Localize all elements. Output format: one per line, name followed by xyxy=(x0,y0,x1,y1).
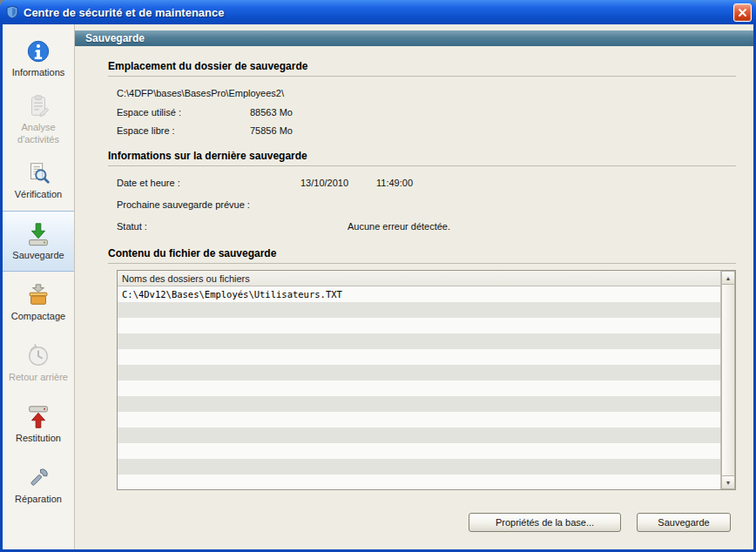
table-header-label: Noms des dossiers ou fichiers xyxy=(122,273,250,284)
section-title: Informations sur la dernière sauvegarde xyxy=(108,150,736,166)
table-row[interactable] xyxy=(118,302,720,318)
database-properties-button[interactable]: Propriétés de la base... xyxy=(469,513,621,532)
page-title: Sauvegarde xyxy=(85,32,145,44)
table-row[interactable] xyxy=(118,318,720,333)
sidebar-item-sauvegarde[interactable]: Sauvegarde xyxy=(3,211,74,272)
section-backup-file-content: Contenu du fichier de sauvegarde Noms de… xyxy=(108,233,736,490)
sidebar-item-retour-arriere: Retour arrière xyxy=(3,333,74,394)
table-row[interactable] xyxy=(118,365,720,380)
scrollbar-track[interactable] xyxy=(721,285,735,475)
close-button[interactable] xyxy=(733,3,752,22)
sidebar-item-label: Vérification xyxy=(13,189,64,200)
sidebar-item-reparation[interactable]: Réparation xyxy=(3,454,74,515)
sidebar-item-label: Compactage xyxy=(10,311,67,322)
table-inner: Noms des dossiers ou fichiers C:\4Dv12\B… xyxy=(118,271,720,489)
space-used-value: 88563 Mo xyxy=(250,105,293,119)
rollback-icon xyxy=(25,343,51,369)
table-row[interactable] xyxy=(118,427,720,443)
maintenance-center-window: Centre de sécurité et de maintenance Inf… xyxy=(0,0,756,552)
sidebar-item-label: Informations xyxy=(10,67,67,78)
section-title: Emplacement du dossier de sauvegarde xyxy=(108,60,736,77)
table-row[interactable] xyxy=(118,349,720,365)
table-row[interactable]: C:\4Dv12\Bases\Employés\Utilisateurs.TXT xyxy=(118,286,720,302)
main-panel: Sauvegarde Emplacement du dossier de sau… xyxy=(75,24,753,549)
scroll-up-button[interactable]: ▲ xyxy=(721,271,735,285)
app-shield-icon xyxy=(5,5,19,19)
backup-folder-path: C:\4DFP\bases\BasesPro\Employees2\ xyxy=(117,86,284,100)
status-label: Statut : xyxy=(117,219,348,233)
table-body: C:\4Dv12\Bases\Employés\Utilisateurs.TXT xyxy=(118,286,720,489)
window-title: Centre de sécurité et de maintenance xyxy=(24,6,729,19)
scroll-up-icon: ▲ xyxy=(726,275,732,281)
scroll-down-button[interactable]: ▼ xyxy=(721,475,735,489)
scroll-down-icon: ▼ xyxy=(726,480,732,486)
footer: Propriétés de la base... Sauvegarde xyxy=(108,513,736,532)
backup-button[interactable]: Sauvegarde xyxy=(637,513,731,532)
table-cell: C:\4Dv12\Bases\Employés\Utilisateurs.TXT xyxy=(122,289,342,300)
verification-icon xyxy=(25,160,51,186)
sidebar-item-restitution[interactable]: Restitution xyxy=(3,394,74,454)
section-last-backup: Informations sur la dernière sauvegarde … xyxy=(108,138,736,233)
backup-content-table: Noms des dossiers ou fichiers C:\4Dv12\B… xyxy=(117,270,736,490)
sidebar-item-label: Retour arrière xyxy=(7,372,70,383)
status-value: Aucune erreur détectée. xyxy=(348,219,450,233)
sidebar-item-label: Restitution xyxy=(14,433,63,444)
section-backup-location: Emplacement du dossier de sauvegarde C:\… xyxy=(108,60,736,138)
space-free-value: 75856 Mo xyxy=(250,124,293,138)
last-backup-time: 11:49:00 xyxy=(376,176,413,190)
table-row[interactable] xyxy=(118,412,720,427)
sidebar-item-compactage[interactable]: Compactage xyxy=(3,272,74,333)
table-column-header[interactable]: Noms des dossiers ou fichiers xyxy=(118,271,720,286)
sidebar: Informations Analyse d'activités xyxy=(3,24,75,549)
backup-icon xyxy=(25,221,51,247)
table-row[interactable] xyxy=(118,475,720,489)
space-free-label: Espace libre : xyxy=(117,124,250,138)
sidebar-item-label: Sauvegarde xyxy=(10,250,65,261)
space-used-label: Espace utilisé : xyxy=(117,105,250,119)
table-row[interactable] xyxy=(118,443,720,459)
sidebar-item-verification[interactable]: Vérification xyxy=(3,150,74,211)
info-icon xyxy=(25,38,51,64)
sidebar-item-label: Analyse d'activités xyxy=(3,122,74,145)
table-row[interactable] xyxy=(118,459,720,475)
sidebar-item-informations[interactable]: Informations xyxy=(3,28,74,89)
compact-icon xyxy=(25,282,51,308)
repair-icon xyxy=(25,465,51,491)
date-time-label: Date et heure : xyxy=(117,176,300,190)
scrollbar-thumb[interactable] xyxy=(721,285,735,475)
close-icon xyxy=(738,8,747,17)
table-row[interactable] xyxy=(118,396,720,412)
table-row[interactable] xyxy=(118,333,720,349)
next-backup-label: Prochaine sauvegarde prévue : xyxy=(117,198,250,212)
content: Emplacement du dossier de sauvegarde C:\… xyxy=(75,46,753,549)
last-backup-date: 13/10/2010 xyxy=(300,176,376,190)
titlebar: Centre de sécurité et de maintenance xyxy=(0,0,756,24)
section-title: Contenu du fichier de sauvegarde xyxy=(108,247,736,264)
activity-analysis-icon xyxy=(25,93,51,119)
page-header: Sauvegarde xyxy=(75,30,753,46)
window-body: Informations Analyse d'activités xyxy=(0,24,756,552)
table-row[interactable] xyxy=(118,380,720,396)
vertical-scrollbar[interactable]: ▲ ▼ xyxy=(720,271,735,489)
restore-icon xyxy=(25,404,51,430)
sidebar-item-analyse-activites: Analyse d'activités xyxy=(3,89,74,150)
sidebar-item-label: Réparation xyxy=(13,494,64,505)
